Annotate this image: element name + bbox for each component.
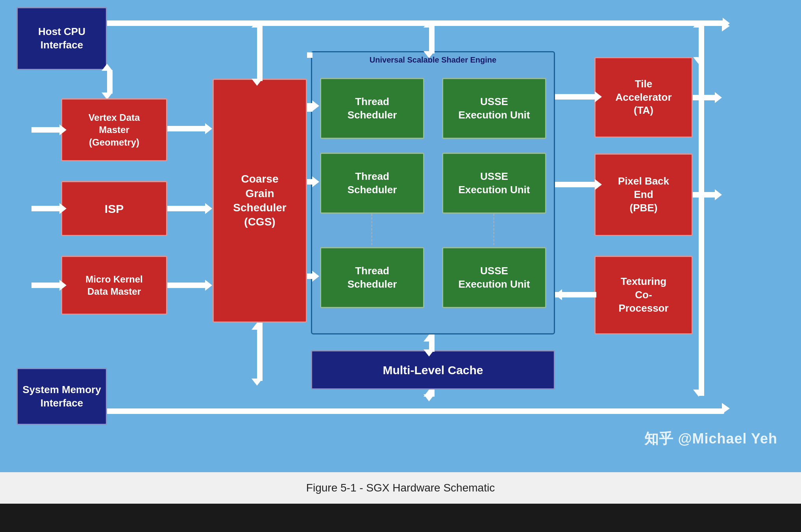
tile-accelerator-block: Tile Accelerator (TA) (594, 57, 693, 138)
h-arrow-cgs-ts1 (307, 52, 313, 58)
v-arrow-cgs-bottombus-up (252, 323, 263, 330)
arrow-mk-cgs-head (205, 280, 212, 291)
vertex-data-master-block: Vertex Data Master (Geometry) (61, 98, 167, 161)
texturing-block: Texturing Co- Processor (594, 256, 693, 334)
system-memory-label: System Memory Interface (22, 383, 101, 410)
cgs-block: Coarse Grain Scheduler (CGS) (213, 79, 307, 323)
v-arrow-host-cpu-up-head (102, 64, 113, 71)
h-arrow-usse-ta-line (555, 94, 596, 100)
cgs-label: Coarse Grain Scheduler (CGS) (233, 172, 286, 229)
micro-kernel-block: Micro Kernel Data Master (61, 256, 167, 315)
top-bus (77, 20, 724, 26)
v-arrow-cgs-bottombus (257, 323, 263, 381)
v-arrow-usse-mlc-down (424, 349, 435, 357)
dashed-ts (371, 214, 372, 245)
arrow-in-mk-head (59, 280, 67, 291)
v-arrow-mlc-down (424, 394, 435, 401)
thread-scheduler-1: Thread Scheduler (320, 78, 424, 139)
v-arrow-usse-top-up (424, 20, 435, 28)
top-bus-right-arrow (722, 20, 730, 31)
diagram-area: Host CPU Interface System Memory Interfa… (0, 0, 801, 472)
isp-block: ISP (61, 181, 167, 236)
system-memory-interface-block: System Memory Interface (17, 368, 107, 425)
usse-container: Universal Scalable Shader Engine Thread … (311, 51, 555, 334)
v-arrow-bottombus-right-down (693, 390, 704, 397)
isp-label: ISP (105, 201, 124, 216)
caption-text: Figure 5-1 - SGX Hardware Schematic (306, 482, 495, 494)
arrow-vdm-cgs (167, 126, 207, 131)
ta-out-head (715, 92, 722, 103)
vertex-data-label: Vertex Data Master (Geometry) (89, 111, 140, 148)
thread-scheduler-2: Thread Scheduler (320, 153, 424, 214)
bottom-bus-right-arrow (722, 403, 730, 414)
arrow-cgs-row3-head (312, 271, 319, 282)
arrow-isp-cgs-head (205, 203, 212, 214)
arrow-in-vdm-head (59, 124, 67, 135)
texturing-label: Texturing Co- Processor (618, 275, 668, 315)
host-cpu-label: Host CPU Interface (38, 25, 85, 52)
watermark: 知乎 @Michael Yeh (644, 429, 777, 449)
arrow-mk-cgs (167, 283, 207, 288)
dashed-usse (493, 214, 494, 245)
arrow-vdm-cgs-head (205, 123, 212, 134)
usse-exec-2: USSE Execution Unit (442, 153, 546, 214)
v-arrow-topbus-cgs-down (252, 79, 263, 86)
arrow-in-mk (31, 283, 61, 288)
arrow-cgs-row2-head (312, 176, 319, 187)
v-arrow-topbus-cgs-up (252, 20, 263, 28)
arrow-in-isp (31, 206, 61, 211)
v-arrow-host-cpu-down (107, 70, 113, 94)
h-arrow-tex-usse-head (555, 289, 562, 300)
h-arrow-usse-pbe-line (555, 182, 596, 187)
micro-kernel-label: Micro Kernel Data Master (85, 273, 142, 297)
pbe-out-head (715, 189, 722, 200)
pbe-label: Pixel Back End (PBE) (618, 175, 669, 214)
usse-exec-1: USSE Execution Unit (442, 78, 546, 139)
host-cpu-interface-block: Host CPU Interface (17, 7, 107, 70)
v-arrow-ta-top-down (693, 57, 704, 64)
caption-bar: Figure 5-1 - SGX Hardware Schematic (0, 472, 801, 504)
arrow-in-vdm (31, 127, 61, 133)
diagram-wrapper: Host CPU Interface System Memory Interfa… (0, 0, 801, 504)
right-vert-line (699, 26, 704, 396)
mlc-label: Multi-Level Cache (383, 362, 483, 378)
pbe-out-line (693, 192, 716, 198)
v-arrow-usse-top (429, 26, 435, 54)
thread-scheduler-3: Thread Scheduler (320, 247, 424, 308)
h-arrow-usse-pbe-head (595, 179, 602, 190)
v-arrow-topbus-cgs (257, 26, 263, 81)
h-arrow-usse-ta-head (595, 91, 602, 102)
bottom-bus (77, 408, 724, 414)
arrow-isp-cgs (167, 206, 207, 211)
ta-label: Tile Accelerator (TA) (615, 78, 672, 117)
arrow-in-isp-head (59, 203, 67, 214)
pixel-back-end-block: Pixel Back End (PBE) (594, 153, 693, 236)
v-arrow-usse-top-down (424, 51, 435, 58)
usse-exec-3: USSE Execution Unit (442, 247, 546, 308)
v-arrow-ta-top-up (693, 20, 704, 28)
arrow-cgs-row1-head (312, 100, 319, 111)
v-arrow-usse-mlc-up (424, 334, 435, 342)
ta-out-line (693, 95, 716, 100)
v-arrow-cgs-bottombus-down (252, 379, 263, 386)
